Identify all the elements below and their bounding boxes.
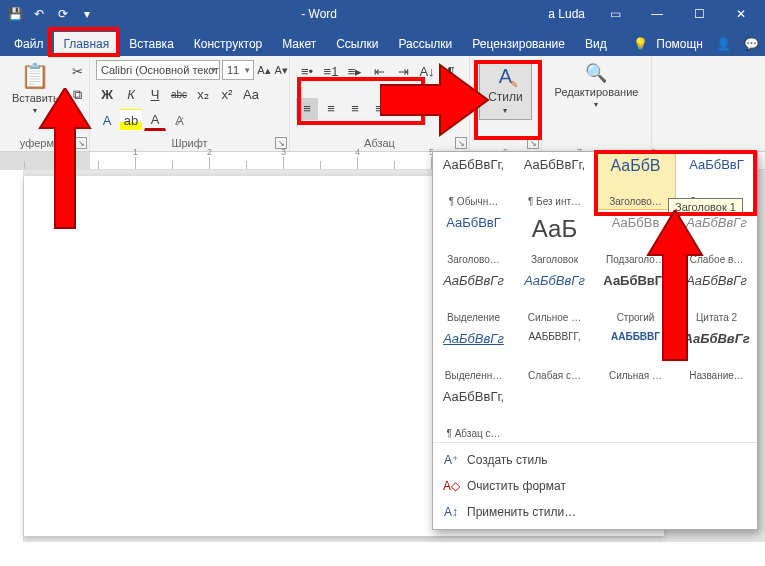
grow-font-icon[interactable]: A▴ [256,61,271,79]
italic-button[interactable]: К [120,84,142,106]
save-icon[interactable]: 💾 [4,3,26,25]
numbering-icon[interactable]: ≡1 [320,60,342,82]
tab-file[interactable]: Файл [4,32,54,56]
strike-button[interactable]: abc [168,84,190,106]
sort-icon[interactable]: A↓ [416,60,438,82]
bullets-icon[interactable]: ≡• [296,60,318,82]
style-item-13[interactable]: ААББВВГГ,Слабая с… [514,326,595,384]
highlight-button[interactable]: ab [120,109,142,131]
apply-styles-item[interactable]: А↕ Применить стили… [433,499,757,525]
format-painter-icon[interactable]: 🖌 [67,108,89,130]
tab-view[interactable]: Вид [575,32,617,56]
styles-button[interactable]: A Стили ▾ [479,60,532,120]
subscript-button[interactable]: x₂ [192,84,214,106]
font-color-button[interactable]: A [144,109,166,131]
style-item-12[interactable]: АаБбВвГгВыделенн… [433,326,514,384]
style-name: Сильное … [517,312,592,323]
style-name: Название… [679,370,754,381]
style-item-0[interactable]: АаБбВвГг,¶ Обычн… [433,152,514,210]
align-right-icon[interactable]: ≡ [344,98,366,120]
style-item-1[interactable]: АаБбВвГг,¶ Без инт… [514,152,595,210]
undo-icon[interactable]: ↶ [28,3,50,25]
tooltip: Заголовок 1 [668,198,743,216]
show-marks-icon[interactable]: ¶ [440,60,462,82]
shading-icon[interactable]: ◢ [416,98,438,120]
copy-icon[interactable]: ⧉ [67,84,89,106]
tab-references[interactable]: Ссылки [326,32,388,56]
qat-customize-icon[interactable]: ▾ [76,3,98,25]
style-item-5[interactable]: АаБЗаголовок [514,210,595,268]
user-name[interactable]: a Luda [540,7,593,21]
font-size-combo[interactable]: 11 [222,60,254,80]
close-icon[interactable]: ✕ [721,0,761,28]
style-name: Выделенн… [436,370,511,381]
ribbon-options-icon[interactable]: ▭ [595,0,635,28]
text-effects-icon[interactable]: A [96,109,118,131]
style-name: Строгий [598,312,673,323]
style-item-14[interactable]: ААББВВГСильная … [595,326,676,384]
clear-format-icon[interactable]: A̷ [168,109,190,131]
style-item-16[interactable]: АаБбВвГг,¶ Абзац с… [433,384,514,442]
underline-button[interactable]: Ч [144,84,166,106]
line-spacing-icon[interactable]: ↕≡ [392,98,414,120]
style-item-6[interactable]: АаБбВвПодзаголо… [595,210,676,268]
style-preview: АаБбВвГг [679,215,754,230]
minimize-icon[interactable]: — [637,0,677,28]
tab-insert[interactable]: Вставка [119,32,184,56]
bold-button[interactable]: Ж [96,84,118,106]
maximize-icon[interactable]: ☐ [679,0,719,28]
style-name: ¶ Без инт… [517,196,592,207]
change-case-button[interactable]: Aa [240,84,262,106]
superscript-button[interactable]: x² [216,84,238,106]
style-item-2[interactable]: АаБбВЗаголово… [595,152,676,210]
repeat-icon[interactable]: ⟳ [52,3,74,25]
tab-help[interactable]: Помощн [654,32,709,56]
style-item-10[interactable]: АаБбВвГгСтрогий [595,268,676,326]
font-name-combo[interactable]: Calibri (Основной текст [96,60,220,80]
share-icon[interactable]: 👤 [709,32,737,56]
window-title: - Word [98,7,540,21]
group-paragraph-label: Абзац [296,135,463,149]
tab-review[interactable]: Рецензирование [462,32,575,56]
style-item-8[interactable]: АаБбВвГгВыделение [433,268,514,326]
style-name: Заголово… [436,254,511,265]
style-item-9[interactable]: АаБбВвГгСильное … [514,268,595,326]
vertical-ruler[interactable] [0,170,24,542]
clipboard-launcher-icon[interactable]: ↘ [75,137,87,149]
tab-home[interactable]: Главная [54,32,120,56]
tab-layout[interactable]: Макет [272,32,326,56]
align-left-icon[interactable]: ≡ [296,98,318,120]
style-preview: АаБбВ [598,157,673,175]
multilevel-icon[interactable]: ≡▸ [344,60,366,82]
style-preview: АаБбВвГг [436,331,511,346]
style-name: Сильная … [598,370,673,381]
style-name: Заголово… [598,196,673,207]
style-item-7[interactable]: АаБбВвГгСлабое в… [676,210,757,268]
paste-button[interactable]: 📋 Вставить ▾ [6,60,65,117]
style-name: Заголовок [517,254,592,265]
style-name: ¶ Абзац с… [436,428,511,439]
styles-launcher-icon[interactable]: ↘ [527,137,539,149]
ribbon-tabs: Файл Главная Вставка Конструктор Макет С… [0,28,765,56]
style-item-15[interactable]: АаБбВвГгНазвание… [676,326,757,384]
decrease-indent-icon[interactable]: ⇤ [368,60,390,82]
create-style-item[interactable]: А⁺ Создать стиль [433,447,757,473]
style-preview: ААББВВГ [598,331,673,342]
clear-format-item[interactable]: A◇ Очистить формат [433,473,757,499]
tab-mailings[interactable]: Рассылки [388,32,462,56]
style-item-4[interactable]: АаБбВвГЗаголово… [433,210,514,268]
increase-indent-icon[interactable]: ⇥ [392,60,414,82]
cut-icon[interactable]: ✂ [67,60,89,82]
style-preview: ААББВВГГ, [517,331,592,342]
style-name: Слабое в… [679,254,754,265]
style-item-11[interactable]: АаБбВвГгЦитата 2 [676,268,757,326]
editing-button[interactable]: 🔍 Редактирование ▾ [549,60,645,111]
justify-icon[interactable]: ≡ [368,98,390,120]
paragraph-launcher-icon[interactable]: ↘ [455,137,467,149]
shrink-font-icon[interactable]: A▾ [274,61,289,79]
tab-design[interactable]: Конструктор [184,32,272,56]
comments-icon[interactable]: 💬 [737,32,765,56]
align-center-icon[interactable]: ≡ [320,98,342,120]
borders-icon[interactable]: ▦ [440,98,462,120]
tell-me-icon[interactable]: 💡 [626,32,654,56]
